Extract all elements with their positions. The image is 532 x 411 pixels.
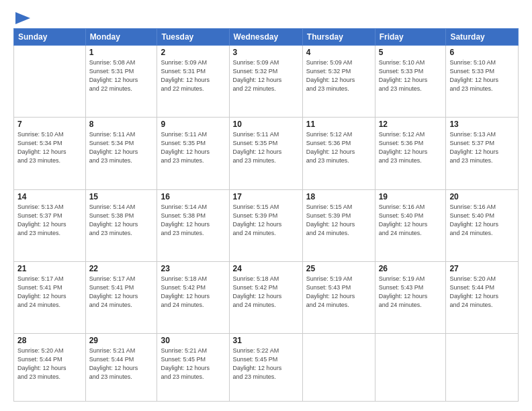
- day-info: Sunrise: 5:09 AM Sunset: 5:32 PM Dayligh…: [233, 58, 299, 93]
- day-info: Sunrise: 5:21 AM Sunset: 5:45 PM Dayligh…: [161, 347, 225, 381]
- week-row-1: 1Sunrise: 5:08 AM Sunset: 5:31 PM Daylig…: [14, 46, 519, 118]
- day-number: 25: [306, 264, 371, 273]
- day-info: Sunrise: 5:16 AM Sunset: 5:40 PM Dayligh…: [449, 203, 515, 238]
- day-number: 17: [233, 192, 299, 201]
- weekday-header-sunday: Sunday: [14, 29, 86, 46]
- page: SundayMondayTuesdayWednesdayThursdayFrid…: [0, 0, 532, 411]
- day-info: Sunrise: 5:10 AM Sunset: 5:33 PM Dayligh…: [379, 58, 443, 93]
- day-info: Sunrise: 5:11 AM Sunset: 5:35 PM Dayligh…: [233, 130, 299, 165]
- calendar-cell: 4Sunrise: 5:09 AM Sunset: 5:32 PM Daylig…: [302, 46, 375, 118]
- calendar-cell: 13Sunrise: 5:13 AM Sunset: 5:37 PM Dayli…: [446, 118, 519, 189]
- day-number: 20: [449, 192, 515, 201]
- day-number: 14: [17, 192, 82, 201]
- day-info: Sunrise: 5:10 AM Sunset: 5:34 PM Dayligh…: [17, 130, 82, 165]
- day-number: 11: [306, 120, 371, 129]
- day-info: Sunrise: 5:14 AM Sunset: 5:38 PM Dayligh…: [89, 203, 154, 238]
- calendar-table: SundayMondayTuesdayWednesdayThursdayFrid…: [13, 28, 519, 402]
- calendar-cell: 6Sunrise: 5:10 AM Sunset: 5:33 PM Daylig…: [446, 46, 519, 118]
- day-number: 19: [379, 192, 443, 201]
- calendar-cell: 5Sunrise: 5:10 AM Sunset: 5:33 PM Daylig…: [375, 46, 446, 118]
- day-number: 15: [89, 192, 154, 201]
- day-info: Sunrise: 5:13 AM Sunset: 5:37 PM Dayligh…: [449, 130, 515, 165]
- calendar-cell: [14, 46, 86, 118]
- week-row-5: 28Sunrise: 5:20 AM Sunset: 5:44 PM Dayli…: [14, 334, 519, 402]
- calendar-cell: 22Sunrise: 5:17 AM Sunset: 5:41 PM Dayli…: [85, 261, 157, 333]
- calendar-cell: 15Sunrise: 5:14 AM Sunset: 5:38 PM Dayli…: [85, 189, 157, 261]
- calendar-cell: 20Sunrise: 5:16 AM Sunset: 5:40 PM Dayli…: [446, 189, 519, 261]
- header: [13, 12, 519, 21]
- day-number: 23: [161, 264, 225, 273]
- calendar-cell: [446, 334, 519, 402]
- weekday-header-wednesday: Wednesday: [229, 29, 302, 46]
- weekday-header-tuesday: Tuesday: [157, 29, 229, 46]
- day-info: Sunrise: 5:20 AM Sunset: 5:44 PM Dayligh…: [449, 275, 515, 310]
- day-number: 6: [449, 48, 515, 57]
- calendar-cell: 18Sunrise: 5:15 AM Sunset: 5:39 PM Dayli…: [302, 189, 375, 261]
- day-info: Sunrise: 5:20 AM Sunset: 5:44 PM Dayligh…: [17, 347, 82, 381]
- logo-text-block: [13, 12, 30, 21]
- day-info: Sunrise: 5:15 AM Sunset: 5:39 PM Dayligh…: [306, 203, 371, 238]
- day-number: 10: [233, 120, 299, 129]
- calendar-cell: 27Sunrise: 5:20 AM Sunset: 5:44 PM Dayli…: [446, 261, 519, 333]
- day-number: 4: [306, 48, 371, 57]
- logo: [13, 12, 30, 21]
- day-info: Sunrise: 5:19 AM Sunset: 5:43 PM Dayligh…: [306, 275, 371, 310]
- day-info: Sunrise: 5:18 AM Sunset: 5:42 PM Dayligh…: [233, 275, 299, 310]
- weekday-header-thursday: Thursday: [302, 29, 375, 46]
- calendar-cell: [375, 334, 446, 402]
- day-number: 12: [379, 120, 443, 129]
- day-info: Sunrise: 5:13 AM Sunset: 5:37 PM Dayligh…: [17, 203, 82, 238]
- day-number: 2: [161, 48, 225, 57]
- day-number: 24: [233, 264, 299, 273]
- calendar-cell: 7Sunrise: 5:10 AM Sunset: 5:34 PM Daylig…: [14, 118, 86, 189]
- week-row-3: 14Sunrise: 5:13 AM Sunset: 5:37 PM Dayli…: [14, 189, 519, 261]
- calendar-cell: 19Sunrise: 5:16 AM Sunset: 5:40 PM Dayli…: [375, 189, 446, 261]
- day-number: 1: [89, 48, 154, 57]
- day-info: Sunrise: 5:18 AM Sunset: 5:42 PM Dayligh…: [161, 275, 225, 310]
- day-number: 18: [306, 192, 371, 201]
- day-info: Sunrise: 5:08 AM Sunset: 5:31 PM Dayligh…: [89, 58, 154, 93]
- day-number: 28: [17, 336, 82, 345]
- day-info: Sunrise: 5:14 AM Sunset: 5:38 PM Dayligh…: [161, 203, 225, 238]
- day-info: Sunrise: 5:09 AM Sunset: 5:31 PM Dayligh…: [161, 58, 225, 93]
- calendar-cell: 12Sunrise: 5:12 AM Sunset: 5:36 PM Dayli…: [375, 118, 446, 189]
- day-info: Sunrise: 5:11 AM Sunset: 5:35 PM Dayligh…: [161, 130, 225, 165]
- calendar-cell: 11Sunrise: 5:12 AM Sunset: 5:36 PM Dayli…: [302, 118, 375, 189]
- day-number: 22: [89, 264, 154, 273]
- calendar-cell: 16Sunrise: 5:14 AM Sunset: 5:38 PM Dayli…: [157, 189, 229, 261]
- day-info: Sunrise: 5:16 AM Sunset: 5:40 PM Dayligh…: [379, 203, 443, 238]
- day-number: 8: [89, 120, 154, 129]
- day-number: 3: [233, 48, 299, 57]
- day-number: 26: [379, 264, 443, 273]
- day-info: Sunrise: 5:10 AM Sunset: 5:33 PM Dayligh…: [449, 58, 515, 93]
- calendar-cell: 17Sunrise: 5:15 AM Sunset: 5:39 PM Dayli…: [229, 189, 302, 261]
- calendar-cell: 26Sunrise: 5:19 AM Sunset: 5:43 PM Dayli…: [375, 261, 446, 333]
- day-info: Sunrise: 5:19 AM Sunset: 5:43 PM Dayligh…: [379, 275, 443, 310]
- calendar-cell: 2Sunrise: 5:09 AM Sunset: 5:31 PM Daylig…: [157, 46, 229, 118]
- calendar-cell: 30Sunrise: 5:21 AM Sunset: 5:45 PM Dayli…: [157, 334, 229, 402]
- week-row-2: 7Sunrise: 5:10 AM Sunset: 5:34 PM Daylig…: [14, 118, 519, 189]
- day-info: Sunrise: 5:12 AM Sunset: 5:36 PM Dayligh…: [379, 130, 443, 165]
- calendar-cell: 31Sunrise: 5:22 AM Sunset: 5:45 PM Dayli…: [229, 334, 302, 402]
- day-number: 13: [449, 120, 515, 129]
- calendar-cell: 1Sunrise: 5:08 AM Sunset: 5:31 PM Daylig…: [85, 46, 157, 118]
- calendar-cell: 25Sunrise: 5:19 AM Sunset: 5:43 PM Dayli…: [302, 261, 375, 333]
- week-row-4: 21Sunrise: 5:17 AM Sunset: 5:41 PM Dayli…: [14, 261, 519, 333]
- day-info: Sunrise: 5:17 AM Sunset: 5:41 PM Dayligh…: [17, 275, 82, 310]
- day-info: Sunrise: 5:17 AM Sunset: 5:41 PM Dayligh…: [89, 275, 154, 310]
- day-number: 30: [161, 336, 225, 345]
- logo-arrow-icon: [15, 12, 30, 24]
- day-info: Sunrise: 5:09 AM Sunset: 5:32 PM Dayligh…: [306, 58, 371, 93]
- day-number: 9: [161, 120, 225, 129]
- svg-marker-0: [15, 12, 30, 24]
- calendar-cell: 29Sunrise: 5:21 AM Sunset: 5:44 PM Dayli…: [85, 334, 157, 402]
- weekday-header-row: SundayMondayTuesdayWednesdayThursdayFrid…: [14, 29, 519, 46]
- day-number: 27: [449, 264, 515, 273]
- weekday-header-monday: Monday: [85, 29, 157, 46]
- calendar-cell: 21Sunrise: 5:17 AM Sunset: 5:41 PM Dayli…: [14, 261, 86, 333]
- calendar-cell: 24Sunrise: 5:18 AM Sunset: 5:42 PM Dayli…: [229, 261, 302, 333]
- day-info: Sunrise: 5:11 AM Sunset: 5:34 PM Dayligh…: [89, 130, 154, 165]
- weekday-header-saturday: Saturday: [446, 29, 519, 46]
- calendar-cell: [302, 334, 375, 402]
- day-number: 16: [161, 192, 225, 201]
